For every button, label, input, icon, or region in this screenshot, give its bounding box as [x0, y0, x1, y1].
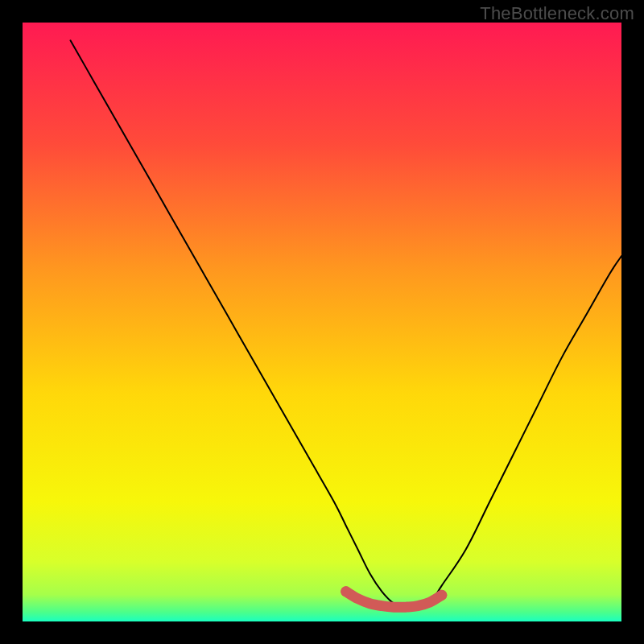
- chart-svg: [23, 23, 621, 621]
- trough-endpoint-0: [341, 586, 351, 597]
- chart-frame: TheBottleneck.com: [0, 0, 644, 644]
- plot-area: [23, 23, 621, 621]
- trough-endpoint-1: [436, 590, 447, 601]
- watermark-text: TheBottleneck.com: [480, 3, 634, 24]
